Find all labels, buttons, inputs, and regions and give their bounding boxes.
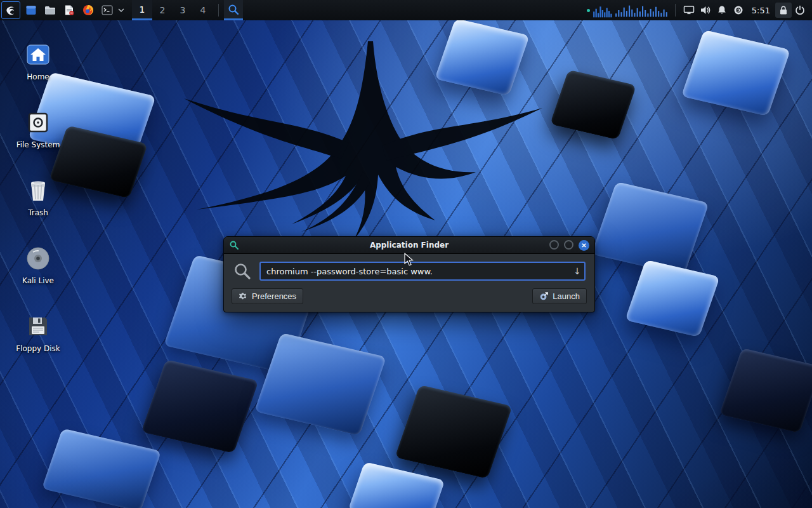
text-editor-icon [63,4,75,17]
lock-screen-button[interactable] [775,3,792,18]
desktop-icon-floppy-label: Floppy Disk [16,344,60,353]
desktop-icon-kali-live[interactable]: Kali Live [8,239,69,307]
window-app-launcher[interactable] [22,0,41,20]
kali-menu-icon [4,4,17,17]
desktop-icon-column: Home File System Trash [8,36,69,375]
status-dot-icon [587,9,590,12]
maximize-button[interactable] [564,240,573,250]
window-controls: ✕ [549,240,589,251]
workspace-switcher: 1 2 3 4 [132,0,213,20]
wallpaper-cube [681,30,790,116]
wallpaper-cube [550,70,637,140]
workspace-4-label: 4 [200,5,206,15]
command-input[interactable] [259,262,586,281]
workspace-3-label: 3 [180,5,186,15]
file-manager-icon [44,4,56,17]
panel-separator [218,4,219,17]
cpu-graph-icon[interactable] [593,0,614,20]
cdrom-icon [25,246,51,271]
power-icon [795,5,805,15]
wallpaper-cube [254,333,386,436]
wallpaper-cube [625,260,720,337]
panel-separator [675,4,676,17]
wallpaper-cube [591,182,709,276]
finder-body: ↓ Preferences Launch [224,254,594,312]
wallpaper-cube [141,359,258,453]
notifications-button[interactable] [714,0,730,20]
desktop-icon-home[interactable]: Home [8,36,69,104]
kali-menu-button[interactable] [1,1,20,19]
workspace-1-label: 1 [140,4,145,15]
application-finder-window: Application Finder ✕ ↓ [223,236,595,312]
wallpaper-cube [719,348,812,433]
gear-icon [239,291,248,301]
chevron-down-icon [118,8,124,12]
workspace-3[interactable]: 3 [173,0,193,20]
speaker-icon [700,5,711,15]
audio-visualizer-icon[interactable] [614,0,670,20]
volume-button[interactable] [697,0,714,20]
file-system-icon [25,110,51,135]
file-manager-launcher[interactable] [41,0,60,20]
terminal-dropdown-button[interactable] [117,0,126,20]
desktop-icon-trash-label: Trash [28,208,48,217]
display-settings-button[interactable] [681,0,697,20]
display-icon [683,5,695,15]
trash-icon [26,178,50,203]
launch-icon [539,291,549,301]
workspace-1[interactable]: 1 [132,0,152,20]
status-circle-icon [733,5,743,15]
wallpaper-dragon [159,35,552,251]
preferences-label: Preferences [252,291,296,301]
home-icon [25,43,51,67]
top-panel: 1 2 3 4 [0,0,812,20]
app-finder-icon [227,3,240,16]
search-icon [233,262,252,281]
window-icon [25,4,37,17]
launch-button[interactable]: Launch [532,288,587,304]
window-title: Application Finder [224,241,594,250]
logout-button[interactable] [792,0,808,20]
command-input-wrap: ↓ [259,262,586,281]
close-icon: ✕ [581,240,586,251]
launch-label: Launch [553,291,580,301]
desktop-icon-file-system-label: File System [16,140,60,149]
desktop-icon-floppy[interactable]: Floppy Disk [8,307,69,375]
workspace-4[interactable]: 4 [193,0,213,20]
firefox-launcher[interactable] [79,0,98,20]
desktop-icon-file-system[interactable]: File System [8,104,69,171]
lock-icon [779,5,788,15]
panel-right: 5:51 [587,0,812,20]
button-row: Preferences Launch [232,288,587,304]
app-finder-taskbar-button[interactable] [224,0,243,20]
wallpaper-cube [348,462,445,508]
wallpaper-cube [395,385,512,479]
clock-label: 5:51 [752,6,770,15]
desktop-icon-home-label: Home [27,72,49,81]
status-menu-button[interactable] [730,0,747,20]
panel-left: 1 2 3 4 [0,0,243,20]
floppy-icon [26,314,50,338]
preferences-button[interactable]: Preferences [232,288,303,304]
desktop-icon-trash[interactable]: Trash [8,171,69,239]
search-row: ↓ [232,260,587,288]
firefox-icon [82,4,95,17]
terminal-launcher[interactable] [98,0,117,20]
close-button[interactable]: ✕ [579,240,589,251]
wallpaper-cube [42,428,162,508]
desktop-icon-kali-live-label: Kali Live [22,276,54,285]
workspace-2[interactable]: 2 [152,0,173,20]
window-app-finder-icon [229,240,239,250]
terminal-icon [101,4,114,17]
bell-icon [717,5,727,15]
workspace-2-label: 2 [160,5,166,15]
clock[interactable]: 5:51 [747,6,775,15]
titlebar[interactable]: Application Finder ✕ [224,237,594,254]
text-editor-launcher[interactable] [60,0,79,20]
minimize-button[interactable] [549,240,559,250]
